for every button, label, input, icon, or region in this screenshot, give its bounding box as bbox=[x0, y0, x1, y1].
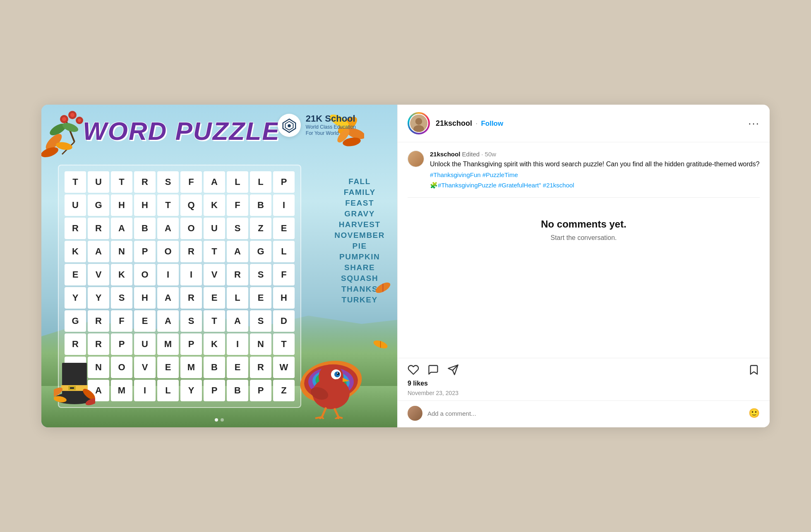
likes-count: 9 likes bbox=[398, 378, 770, 389]
post-header: 21kschool · Follow ··· bbox=[398, 105, 770, 142]
actions-left bbox=[408, 364, 459, 376]
grid-cell: O bbox=[157, 241, 179, 262]
word-list-item: SHARE bbox=[334, 263, 385, 272]
post-edited-label: Edited bbox=[462, 151, 480, 158]
like-button[interactable] bbox=[408, 364, 419, 376]
word-list-item: GRAVY bbox=[334, 209, 385, 218]
word-grid-table: TUTRSFALLPUGHHTQKFBIRRABAOUSZEKANPORTAGL… bbox=[63, 170, 296, 403]
grid-cell: S bbox=[227, 218, 248, 239]
no-comments-subtitle: Start the conversation. bbox=[420, 234, 747, 242]
svg-line-40 bbox=[334, 408, 338, 417]
grid-cell: K bbox=[65, 241, 86, 262]
post-meta: 21kschool Edited · 50w Unlock the Thanks… bbox=[430, 151, 760, 189]
actions-row bbox=[398, 358, 770, 378]
grid-cell: V bbox=[204, 264, 225, 285]
grid-cell: F bbox=[273, 264, 295, 285]
avatar-ring[interactable] bbox=[408, 112, 430, 134]
grid-cell: N bbox=[111, 241, 132, 262]
follow-button[interactable]: Follow bbox=[481, 120, 503, 127]
emoji-button[interactable]: 🙂 bbox=[749, 408, 760, 419]
grid-cell: G bbox=[65, 310, 86, 332]
word-list-item: HARVEST bbox=[334, 220, 385, 229]
grid-cell: F bbox=[111, 310, 132, 332]
word-list-item: PIE bbox=[334, 242, 385, 251]
save-button[interactable] bbox=[748, 364, 760, 376]
grid-cell: U bbox=[204, 218, 225, 239]
grid-cell: I bbox=[180, 264, 202, 285]
svg-rect-52 bbox=[62, 363, 87, 367]
post-hashtags-2: 🧩#ThanksgivingPuzzle #GratefulHeart" #21… bbox=[430, 182, 760, 189]
grid-cell: A bbox=[111, 218, 132, 239]
grid-cell: Z bbox=[250, 218, 271, 239]
grid-cell: R bbox=[180, 287, 202, 309]
svg-rect-51 bbox=[70, 387, 74, 389]
grid-cell: U bbox=[88, 171, 109, 193]
grid-cell: I bbox=[273, 194, 295, 216]
grid-cell: P bbox=[273, 171, 295, 193]
grid-cell: E bbox=[134, 310, 156, 332]
grid-cell: U bbox=[134, 333, 156, 355]
grid-cell: E bbox=[227, 357, 248, 378]
grid-cell: L bbox=[273, 241, 295, 262]
grid-cell: O bbox=[111, 357, 132, 378]
grid-cell: P bbox=[111, 333, 132, 355]
grid-cell: A bbox=[157, 287, 179, 309]
grid-cell: B bbox=[134, 218, 156, 239]
grid-cell: S bbox=[250, 264, 271, 285]
dot-inactive bbox=[221, 418, 224, 422]
grid-cell: U bbox=[65, 194, 86, 216]
header-username: 21kschool bbox=[436, 119, 472, 127]
svg-line-39 bbox=[322, 407, 326, 417]
grid-cell: L bbox=[250, 171, 271, 193]
post-content: 21kschool Edited · 50w Unlock the Thanks… bbox=[398, 142, 770, 358]
word-list-item: FEAST bbox=[334, 199, 385, 208]
grid-cell: F bbox=[227, 194, 248, 216]
grid-cell: A bbox=[204, 171, 225, 193]
grid-cell: R bbox=[180, 241, 202, 262]
grid-cell: M bbox=[157, 333, 179, 355]
grid-cell: T bbox=[65, 171, 86, 193]
grid-cell: S bbox=[111, 287, 132, 309]
commenter-avatar-img bbox=[408, 406, 422, 421]
grid-cell: T bbox=[111, 171, 132, 193]
grid-cell: O bbox=[180, 218, 202, 239]
grid-cell: A bbox=[157, 310, 179, 332]
grid-cell: L bbox=[157, 380, 179, 401]
grid-cell: F bbox=[180, 171, 202, 193]
grid-cell: H bbox=[273, 287, 295, 309]
post-author-avatar[interactable] bbox=[408, 151, 424, 167]
more-options-button[interactable]: ··· bbox=[748, 117, 760, 130]
header-username-block: 21kschool · Follow bbox=[436, 119, 503, 128]
header-left: 21kschool · Follow bbox=[408, 112, 503, 134]
grid-cell: R bbox=[88, 333, 109, 355]
grid-cell: K bbox=[204, 333, 225, 355]
leaf-right1 bbox=[374, 278, 392, 299]
grid-cell: A bbox=[157, 218, 179, 239]
grid-cell: I bbox=[227, 333, 248, 355]
puzzle-title: WORD PUZZLE bbox=[83, 116, 280, 146]
share-button[interactable] bbox=[447, 364, 459, 376]
svg-point-6 bbox=[70, 113, 74, 117]
svg-point-15 bbox=[288, 124, 291, 127]
post-image-panel: WORD PUZZLE 21K School World Class Educa… bbox=[41, 105, 397, 427]
no-comments-title: No comments yet. bbox=[420, 218, 747, 230]
grid-cell: E bbox=[273, 218, 295, 239]
post-author-name: 21kschool bbox=[430, 151, 460, 158]
grid-cell: M bbox=[180, 357, 202, 378]
header-dot: · bbox=[476, 120, 477, 127]
word-list-item: PUMPKIN bbox=[334, 252, 385, 261]
post-date: November 23, 2023 bbox=[398, 389, 770, 400]
svg-line-43 bbox=[322, 417, 324, 419]
comment-input[interactable] bbox=[427, 410, 744, 417]
svg-point-59 bbox=[413, 125, 424, 133]
comment-button[interactable] bbox=[427, 364, 439, 376]
post-author-row: 21kschool Edited · 50w Unlock the Thanks… bbox=[408, 151, 760, 189]
grid-cell: P bbox=[180, 333, 202, 355]
grid-cell: S bbox=[180, 310, 202, 332]
grid-cell: B bbox=[227, 380, 248, 401]
logo-area: 21K School World Class EducationFor Your… bbox=[278, 114, 356, 137]
grid-cell: T bbox=[157, 194, 179, 216]
post-text: Unlock the Thanksgiving spirit with this… bbox=[430, 159, 760, 170]
grid-cell: R bbox=[88, 310, 109, 332]
logo-text-block: 21K School World Class EducationFor Your… bbox=[306, 114, 356, 137]
